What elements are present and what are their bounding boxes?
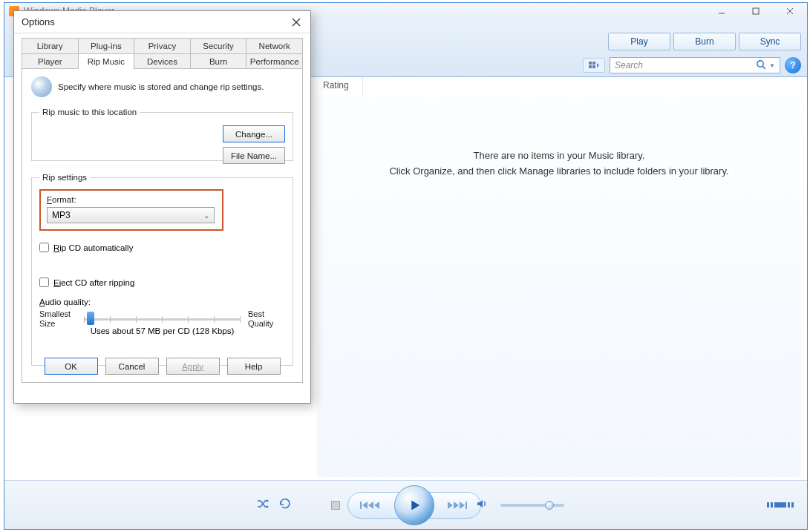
next-button[interactable] (446, 500, 468, 510)
tab-player[interactable]: Player (22, 53, 79, 69)
stop-button[interactable] (331, 501, 340, 510)
tab-sync[interactable]: Sync (739, 33, 801, 50)
rip-music-panel: Specify where music is stored and change… (22, 68, 303, 383)
maximize-button[interactable] (739, 3, 773, 19)
search-placeholder: Search (615, 60, 643, 70)
format-value: MP3 (52, 210, 71, 220)
options-dialog: Options Library Plug-ins Privacy Securit… (13, 10, 311, 404)
help-button[interactable]: ? (785, 57, 801, 73)
change-location-button[interactable]: Change... (223, 125, 285, 142)
repeat-button[interactable] (279, 498, 291, 512)
dialog-title: Options (22, 16, 55, 27)
apply-button[interactable]: Apply (166, 358, 220, 375)
tab-library[interactable]: Library (22, 38, 79, 53)
rip-location-legend: Rip music to this location (39, 108, 140, 116)
svg-rect-11 (466, 502, 467, 509)
svg-rect-10 (360, 502, 362, 509)
volume-slider[interactable] (500, 504, 564, 507)
tab-privacy[interactable]: Privacy (134, 38, 191, 53)
mute-button[interactable] (477, 499, 489, 511)
rip-auto-checkbox-row[interactable]: Rip CD automatically (39, 243, 285, 252)
audio-quality-slider[interactable] (84, 318, 241, 321)
aq-smallest-label: Smallest Size (39, 309, 76, 329)
help-button-dialog[interactable]: Help (227, 358, 281, 375)
svg-rect-5 (592, 62, 595, 65)
format-label: Format: (47, 195, 216, 204)
search-dropdown-icon[interactable]: ▼ (769, 62, 775, 69)
format-combobox[interactable]: MP3 ⌄ (47, 207, 215, 223)
view-options-button[interactable] (583, 58, 605, 73)
playback-bar (4, 480, 807, 529)
dialog-titlebar: Options (14, 11, 310, 33)
close-button[interactable] (773, 3, 807, 19)
play-button[interactable] (394, 485, 434, 525)
library-empty-state: There are no items in your Music library… (317, 95, 801, 477)
column-rating[interactable]: Rating (317, 77, 363, 95)
tab-network[interactable]: Network (246, 38, 303, 53)
rip-settings-group: Rip settings Format: MP3 ⌄ Rip CD automa… (31, 173, 293, 366)
svg-rect-6 (589, 65, 592, 68)
volume-thumb[interactable] (545, 501, 554, 510)
empty-line1: There are no items in your Music library… (474, 150, 645, 161)
dialog-close-button[interactable] (290, 16, 303, 29)
audio-quality-estimate: Uses about 57 MB per CD (128 Kbps) (84, 326, 241, 335)
search-icon[interactable] (756, 59, 766, 72)
shuffle-button[interactable] (257, 499, 269, 511)
ok-button[interactable]: OK (45, 358, 98, 375)
tab-rip-music[interactable]: Rip Music (78, 53, 135, 69)
rip-auto-label: Rip CD automatically (53, 243, 133, 252)
tab-burn-opt[interactable]: Burn (190, 53, 247, 69)
svg-rect-4 (589, 62, 592, 65)
transport-pill (347, 492, 481, 519)
eject-checkbox-row[interactable]: Eject CD after ripping (39, 278, 285, 287)
svg-rect-7 (592, 65, 595, 68)
eject-label: Eject CD after ripping (53, 278, 134, 287)
aq-best-label: Best Quality (248, 309, 285, 329)
tab-burn[interactable]: Burn (673, 33, 736, 50)
empty-line2: Click Organize, and then click Manage li… (389, 165, 728, 177)
column-headers: Rating (317, 77, 363, 95)
audio-quality-label: Audio quality: (39, 298, 285, 306)
tab-devices[interactable]: Devices (134, 53, 191, 69)
eject-checkbox[interactable] (39, 278, 49, 287)
previous-button[interactable] (360, 500, 382, 510)
svg-line-9 (762, 66, 765, 69)
tab-strip: Library Plug-ins Privacy Security Networ… (14, 33, 310, 69)
rip-location-group: Rip music to this location Change... Fil… (31, 108, 293, 161)
audio-quality-thumb[interactable] (87, 312, 94, 325)
tab-security[interactable]: Security (190, 38, 247, 53)
rip-intro-icon (31, 76, 52, 97)
svg-point-8 (757, 60, 763, 66)
minimize-button[interactable] (705, 3, 739, 19)
rip-settings-legend: Rip settings (39, 173, 90, 182)
rip-auto-checkbox[interactable] (39, 243, 49, 252)
svg-rect-1 (753, 8, 759, 14)
tab-plugins[interactable]: Plug-ins (78, 38, 135, 53)
format-highlight: Format: MP3 ⌄ (39, 189, 223, 231)
rip-intro-text: Specify where music is stored and change… (58, 82, 264, 91)
tab-play[interactable]: Play (608, 33, 670, 50)
tab-performance[interactable]: Performance (246, 53, 303, 69)
file-name-button[interactable]: File Name... (223, 147, 285, 164)
switch-view-button[interactable] (767, 502, 794, 508)
chevron-down-icon: ⌄ (203, 211, 209, 220)
cancel-button[interactable]: Cancel (105, 358, 159, 375)
search-input[interactable]: Search ▼ (610, 57, 780, 73)
